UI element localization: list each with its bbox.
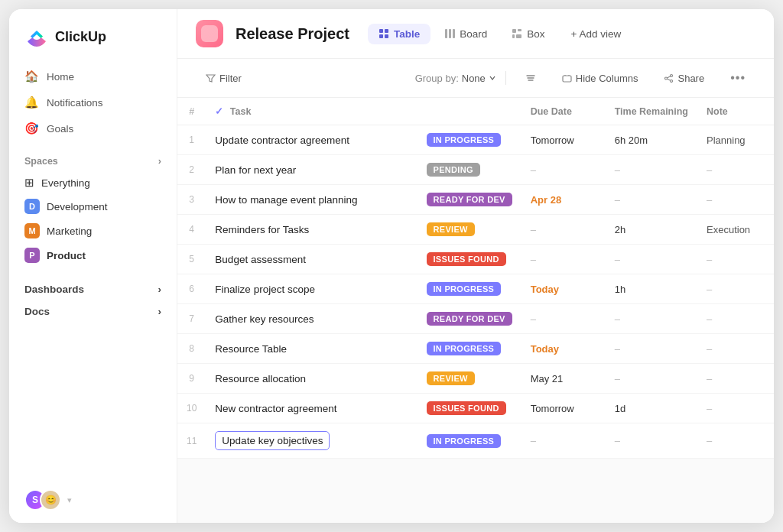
status-badge: ISSUES FOUND [427, 401, 506, 415]
table-row[interactable]: 4 Reminders for Tasks REVIEW – 2h Execut… [177, 215, 774, 245]
status-badge: PENDING [427, 163, 480, 177]
avatar-face: 😊 [40, 489, 61, 511]
row-num: 6 [177, 274, 206, 304]
note-cell: – [697, 334, 774, 364]
table-row[interactable]: 6 Finalize project scope IN PROGRESS Tod… [177, 274, 774, 304]
sidebar-item-everything[interactable]: ⊞ Everything [17, 171, 169, 194]
note-cell: – [697, 185, 774, 215]
task-selected: Update key objectives [215, 431, 330, 450]
table-row[interactable]: 1 Update contractor agreement IN PROGRES… [177, 125, 774, 155]
sidebar-item-product[interactable]: P Product [17, 243, 169, 268]
table-row[interactable]: 9 Resource allocation REVIEW May 21 – – [177, 364, 774, 394]
time-cell: 2h [606, 215, 697, 245]
svg-point-14 [671, 74, 673, 76]
svg-rect-4 [379, 34, 383, 38]
status-cell[interactable]: REVIEW [417, 364, 521, 394]
status-cell[interactable]: REVIEW [417, 215, 521, 245]
bell-icon: 🔔 [24, 96, 39, 109]
status-cell[interactable]: READY FOR DEV [417, 185, 521, 215]
col-task: ✓ Task [206, 98, 417, 125]
table-row[interactable]: 11 Update key objectives IN PROGRESS – –… [177, 423, 774, 459]
table-row[interactable]: 8 Resource Table IN PROGRESS Today – – [177, 334, 774, 364]
sidebar-item-home-label: Home [47, 71, 74, 83]
task-cell[interactable]: New contractor agreement [206, 394, 417, 423]
note-cell: – [697, 245, 774, 274]
more-button[interactable]: ••• [720, 66, 755, 89]
sidebar-item-notifications[interactable]: 🔔 Notifications [17, 90, 169, 115]
tab-box-label: Box [527, 28, 544, 40]
svg-rect-13 [563, 76, 571, 82]
tab-table[interactable]: Table [368, 24, 430, 44]
status-badge: IN PROGRESS [427, 342, 502, 355]
spaces-header[interactable]: Spaces › [24, 153, 161, 171]
task-cell[interactable]: Reminders for Tasks [206, 215, 417, 245]
col-note: Note [697, 98, 774, 125]
table-row[interactable]: 10 New contractor agreement ISSUES FOUND… [177, 394, 774, 423]
filter-icon [206, 73, 216, 83]
svg-rect-2 [379, 29, 383, 33]
status-badge: REVIEW [427, 371, 475, 385]
app-container: ClickUp 🏠 Home 🔔 Notifications 🎯 Goals S… [9, 9, 774, 523]
sidebar-extra-sections: Dashboards › Docs › [9, 278, 177, 323]
due-date-cell: Tomorrow [521, 125, 606, 155]
table-container[interactable]: # ✓ Task Due Date Time Remaining Note 1 … [177, 98, 774, 523]
sidebar-item-development-label: Development [47, 201, 108, 212]
tab-board[interactable]: Board [434, 24, 498, 44]
marketing-dot: M [24, 223, 40, 238]
sidebar-item-development[interactable]: D Development [17, 194, 169, 219]
task-cell[interactable]: Resource Table [206, 334, 417, 364]
add-view-label: + Add view [571, 28, 622, 40]
due-date-cell: – [521, 215, 606, 245]
row-num: 9 [177, 364, 206, 394]
task-cell[interactable]: Gather key resources [206, 304, 417, 334]
group-by-selector[interactable]: Group by: None [415, 73, 496, 84]
tab-box[interactable]: Box [501, 24, 555, 44]
status-cell[interactable]: PENDING [417, 155, 521, 185]
development-dot: D [24, 199, 40, 214]
task-cell[interactable]: Resource allocation [206, 364, 417, 394]
task-cell[interactable]: Update key objectives [206, 423, 417, 459]
task-cell[interactable]: Plan for next year [206, 155, 417, 185]
hide-columns-button[interactable]: Hide Columns [552, 68, 648, 89]
check-icon: ✓ [215, 106, 223, 117]
table-row[interactable]: 7 Gather key resources READY FOR DEV – –… [177, 304, 774, 334]
status-cell[interactable]: READY FOR DEV [417, 304, 521, 334]
status-cell[interactable]: IN PROGRESS [417, 423, 521, 459]
sidebar-item-home[interactable]: 🏠 Home [17, 64, 169, 89]
sidebar-item-docs[interactable]: Docs › [24, 300, 161, 323]
svg-rect-6 [445, 29, 447, 38]
row-num: 1 [177, 125, 206, 155]
svg-point-15 [665, 77, 668, 79]
note-cell: – [697, 304, 774, 334]
time-cell: – [606, 304, 697, 334]
filter-button[interactable]: Filter [196, 68, 252, 89]
add-view-button[interactable]: + Add view [562, 24, 631, 44]
task-cell[interactable]: Finalize project scope [206, 274, 417, 304]
status-cell[interactable]: IN PROGRESS [417, 334, 521, 364]
sidebar: ClickUp 🏠 Home 🔔 Notifications 🎯 Goals S… [9, 9, 177, 523]
spaces-section: Spaces › ⊞ Everything D Development M Ma… [9, 153, 177, 271]
toolbar: Filter Group by: None Hide Columns Share [177, 59, 774, 98]
task-cell[interactable]: How to manage event planning [206, 185, 417, 215]
status-cell[interactable]: ISSUES FOUND [417, 394, 521, 423]
sidebar-item-everything-label: Everything [41, 177, 90, 189]
due-date-cell: Today [521, 274, 606, 304]
table-row[interactable]: 2 Plan for next year PENDING – – – [177, 155, 774, 185]
task-cell[interactable]: Budget assessment [206, 245, 417, 274]
status-cell[interactable]: IN PROGRESS [417, 125, 521, 155]
task-cell[interactable]: Update contractor agreement [206, 125, 417, 155]
sidebar-item-dashboards[interactable]: Dashboards › [24, 278, 161, 300]
sidebar-item-marketing[interactable]: M Marketing [17, 219, 169, 243]
sidebar-item-goals[interactable]: 🎯 Goals [17, 116, 169, 141]
status-cell[interactable]: ISSUES FOUND [417, 245, 521, 274]
share-button[interactable]: Share [654, 68, 714, 89]
sort-button[interactable] [515, 68, 546, 88]
note-cell: Execution [697, 215, 774, 245]
time-cell: – [606, 245, 697, 274]
group-by-value: None [462, 73, 486, 84]
status-cell[interactable]: IN PROGRESS [417, 274, 521, 304]
col-num: # [177, 98, 206, 125]
table-row[interactable]: 5 Budget assessment ISSUES FOUND – – – [177, 245, 774, 274]
sidebar-item-marketing-label: Marketing [47, 225, 92, 237]
table-row[interactable]: 3 How to manage event planning READY FOR… [177, 185, 774, 215]
